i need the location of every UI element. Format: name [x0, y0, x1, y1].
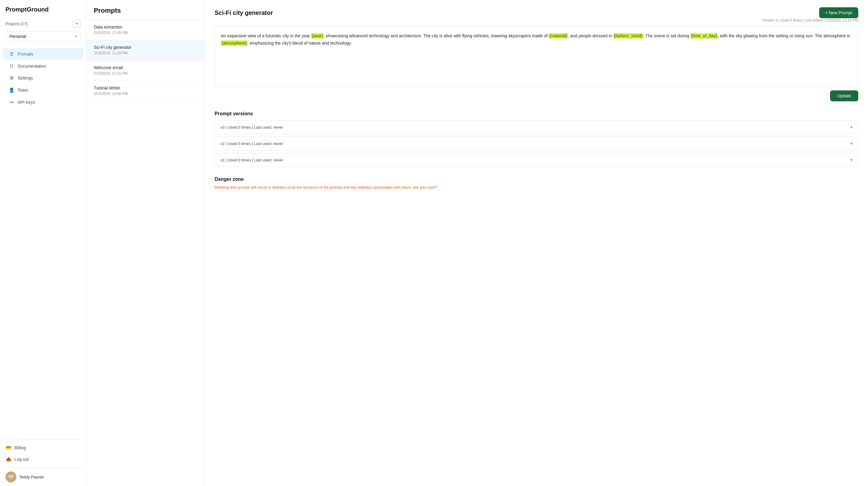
version-item-v2[interactable]: v2 | Used 0 times | Last used: never ▾ [215, 136, 858, 151]
prompt-date: 2/15/2024, 11:16 PM [94, 51, 197, 55]
sidebar-item-documentation[interactable]: 🗋 Documentation [3, 60, 83, 72]
sidebar-item-billing[interactable]: 💳 Billing [0, 442, 86, 454]
prompt-editor[interactable]: An expansive view of a futuristic city i… [215, 26, 858, 87]
logout-icon: 📤 [5, 457, 11, 462]
gear-icon: ⚙ [8, 75, 14, 81]
prompt-item-scifi[interactable]: Sci-Fi city generator 2/15/2024, 11:16 P… [87, 40, 205, 60]
prompt-text-static: , emphasizing the city's blend of nature… [247, 41, 351, 45]
chevron-down-icon: ▾ [850, 141, 852, 146]
key-icon: 🗝 [8, 99, 14, 105]
project-selector[interactable]: Personal ▾ [5, 31, 81, 41]
var-atmosphere: {atmosphere} [221, 40, 247, 46]
user-name: Teddy Pejoski [20, 475, 44, 479]
new-prompt-button[interactable]: + New Prompt [819, 7, 858, 18]
sidebar-bottom: 💳 Billing 📤 Log out [0, 439, 86, 467]
billing-label: Billing [14, 445, 26, 450]
prompt-date: 2/15/2024, 11:05 PM [94, 31, 197, 35]
sidebar-item-prompts-label: Prompts [18, 52, 33, 57]
prompt-item-tutorial-writer[interactable]: Tutorial Writer 2/15/2024, 10:58 PM [87, 81, 205, 101]
prompt-name: Welcome email [94, 65, 197, 70]
prompt-title-input[interactable] [215, 9, 819, 17]
prompt-meta: Version 4 | Used 0 times | Last edited: … [215, 18, 858, 23]
main-content: Prompts Data extraction 2/15/2024, 11:05… [87, 0, 868, 486]
sidebar-item-settings[interactable]: ⚙ Settings [3, 72, 83, 84]
version-label: v1 | Used 0 times | Last used: never [220, 158, 283, 162]
chevron-down-icon: ▾ [850, 125, 852, 130]
version-item-v3[interactable]: v3 | Used 0 times | Last used: never ▾ [215, 120, 858, 134]
prompt-item-data-extraction[interactable]: Data extraction 2/15/2024, 11:05 PM [87, 20, 205, 40]
sidebar-item-prompts[interactable]: ☰ Prompts [3, 48, 83, 60]
update-button[interactable]: Update [830, 90, 858, 101]
prompt-text-static: , showcasing advanced technology and arc… [323, 33, 549, 38]
var-material: {material} [549, 33, 568, 38]
prompt-text-static: . The scene is set during [643, 33, 690, 38]
projects-label: Projects [17] [5, 22, 27, 26]
prompt-name: Sci-Fi city generator [94, 45, 197, 50]
prompts-panel-title: Prompts [94, 7, 121, 14]
update-btn-row: Update [215, 90, 858, 101]
doc-icon: 🗋 [8, 63, 14, 69]
prompts-panel-header: Prompts [87, 0, 205, 20]
chevron-down-icon: ▾ [850, 157, 852, 162]
chevron-down-icon: ▾ [75, 34, 77, 38]
var-time-of-day: {time_of_day} [690, 33, 718, 38]
version-label: v3 | Used 0 times | Last used: never [220, 125, 283, 130]
prompt-name: Tutorial Writer [94, 86, 197, 90]
danger-zone: Danger zone Deleting this prompt will re… [215, 176, 858, 191]
prompt-versions-section: Prompt versions v3 | Used 0 times | Last… [215, 111, 858, 167]
danger-text: Deleting this prompt will result in dele… [215, 185, 858, 191]
prompt-text-static: , with the sky glowing from the setting … [718, 33, 850, 38]
detail-topbar: + New Prompt [215, 7, 858, 18]
logout-label: Log out [14, 457, 29, 462]
projects-header: Projects [17] + [0, 18, 86, 29]
var-fashion-trend: {fashion_trend} [613, 33, 643, 38]
sidebar-item-api-keys-label: API Keys [18, 100, 35, 105]
prompt-name: Data extraction [94, 25, 197, 29]
version-item-v1[interactable]: v1 | Used 0 times | Last used: never ▾ [215, 153, 858, 167]
versions-title: Prompt versions [215, 111, 858, 117]
sidebar-item-team[interactable]: 👤 Team [3, 84, 83, 96]
detail-panel: + New Prompt Version 4 | Used 0 times | … [205, 0, 868, 486]
list-icon: ☰ [8, 51, 14, 57]
prompts-list-panel: Prompts Data extraction 2/15/2024, 11:05… [87, 0, 205, 486]
add-project-button[interactable]: + [73, 20, 81, 28]
danger-title: Danger zone [215, 176, 858, 182]
sidebar-item-settings-label: Settings [18, 75, 33, 80]
app-logo: PromptGround [0, 0, 86, 18]
prompt-item-welcome-email[interactable]: Welcome email 2/15/2024, 11:01 PM [87, 60, 205, 81]
prompt-text-static: An expansive view of a futuristic city i… [221, 33, 311, 38]
sidebar-item-api-keys[interactable]: 🗝 API Keys [3, 96, 83, 108]
billing-icon: 💳 [5, 445, 11, 451]
sidebar-item-logout[interactable]: 📤 Log out [0, 454, 86, 465]
prompt-date: 2/15/2024, 11:01 PM [94, 71, 197, 75]
user-section: TP Teddy Pejoski [0, 467, 86, 486]
var-year: {year} [311, 33, 323, 38]
avatar: TP [5, 472, 17, 482]
version-label: v2 | Used 0 times | Last used: never [220, 141, 283, 146]
team-icon: 👤 [8, 87, 14, 93]
sidebar: PromptGround Projects [17] + Personal ▾ … [0, 0, 87, 486]
selected-project-label: Personal [9, 34, 26, 39]
sidebar-item-team-label: Team [18, 88, 28, 93]
sidebar-item-documentation-label: Documentation [18, 64, 46, 69]
prompt-date: 2/15/2024, 10:58 PM [94, 92, 197, 96]
prompt-text-static: , and people dressed in [568, 33, 613, 38]
nav-section: ☰ Prompts 🗋 Documentation ⚙ Settings 👤 T… [0, 46, 86, 439]
